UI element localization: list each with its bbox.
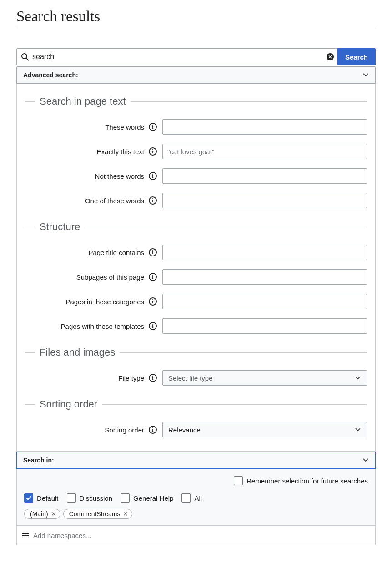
fieldset-structure: Structure xyxy=(25,221,367,233)
close-icon[interactable]: ✕ xyxy=(123,510,128,518)
checkbox-checked[interactable] xyxy=(24,493,33,503)
fieldset-structure-label: Structure xyxy=(40,221,80,233)
close-icon[interactable]: ✕ xyxy=(51,510,56,518)
svg-point-0 xyxy=(22,54,27,59)
page-title-contains-label: Page title contains xyxy=(25,249,148,256)
chevron-down-icon xyxy=(355,375,361,381)
info-icon[interactable]: i xyxy=(149,147,157,156)
ns-check-all[interactable]: All xyxy=(181,493,202,503)
page-title-contains-input[interactable] xyxy=(162,245,367,260)
info-icon[interactable]: i xyxy=(149,172,157,180)
namespace-tag-label: CommentStreams xyxy=(69,510,121,518)
info-icon[interactable]: i xyxy=(149,322,157,330)
fieldset-page-text: Search in page text xyxy=(25,96,367,107)
remember-checkbox[interactable] xyxy=(234,476,243,485)
namespace-tag[interactable]: CommentStreams ✕ xyxy=(63,509,133,519)
fieldset-files-label: Files and images xyxy=(40,347,115,358)
fieldset-sorting: Sorting order xyxy=(25,398,367,410)
fieldset-files: Files and images xyxy=(25,347,367,358)
categories-label: Pages in these categories xyxy=(25,298,148,306)
these-words-label: These words xyxy=(25,123,148,131)
namespace-check-row: Default Discussion General Help All xyxy=(24,493,368,503)
info-icon[interactable]: i xyxy=(149,123,157,131)
ns-check-discussion[interactable]: Discussion xyxy=(67,493,113,503)
namespace-tag[interactable]: (Main) ✕ xyxy=(24,509,60,519)
search-icon xyxy=(20,52,30,61)
svg-line-1 xyxy=(26,58,29,60)
info-icon[interactable]: i xyxy=(149,248,157,256)
info-icon[interactable]: i xyxy=(149,374,157,382)
fieldset-page-text-label: Search in page text xyxy=(40,96,126,107)
sorting-order-label: Sorting order xyxy=(25,426,148,434)
file-type-label: File type xyxy=(25,374,148,382)
namespace-tag-label: (Main) xyxy=(30,510,48,518)
these-words-input[interactable] xyxy=(162,119,367,135)
ns-check-default[interactable]: Default xyxy=(24,493,59,503)
not-these-words-label: Not these words xyxy=(25,172,148,180)
sorting-order-select[interactable]: Relevance xyxy=(162,422,367,437)
ns-check-label: Discussion xyxy=(80,494,113,502)
checkbox[interactable] xyxy=(121,493,130,503)
ns-check-label: Default xyxy=(37,494,59,502)
menu-icon xyxy=(21,532,30,540)
fieldset-sorting-label: Sorting order xyxy=(40,398,97,410)
categories-input[interactable] xyxy=(162,294,367,309)
templates-input[interactable] xyxy=(162,318,367,334)
templates-label: Pages with these templates xyxy=(25,322,148,330)
search-in-body: Remember selection for future searches D… xyxy=(16,469,376,526)
search-input[interactable] xyxy=(30,51,327,63)
exactly-this-text-input[interactable] xyxy=(162,144,367,159)
add-namespaces-row[interactable] xyxy=(16,526,376,545)
page-title: Search results xyxy=(16,8,376,28)
file-type-select[interactable]: Select file type xyxy=(162,370,367,386)
not-these-words-input[interactable] xyxy=(162,168,367,184)
remember-label: Remember selection for future searches xyxy=(246,477,368,485)
search-button[interactable]: Search xyxy=(337,48,376,65)
one-of-these-words-label: One of these words xyxy=(25,197,148,205)
search-input-wrap[interactable] xyxy=(16,48,338,65)
advanced-search-body: Search in page text These words i Exactl… xyxy=(16,84,376,452)
info-icon[interactable]: i xyxy=(149,297,157,306)
file-type-selected: Select file type xyxy=(168,374,213,382)
info-icon[interactable]: i xyxy=(149,196,157,205)
subpages-label: Subpages of this page xyxy=(25,273,148,281)
chevron-down-icon xyxy=(362,457,369,463)
clear-search-icon[interactable] xyxy=(327,53,334,60)
advanced-search-header[interactable]: Advanced search: xyxy=(16,66,376,84)
ns-check-general-help[interactable]: General Help xyxy=(121,493,173,503)
checkbox[interactable] xyxy=(67,493,76,503)
search-bar: Search xyxy=(16,48,376,65)
subpages-input[interactable] xyxy=(162,269,367,285)
sorting-order-selected: Relevance xyxy=(168,426,201,434)
namespace-tags: (Main) ✕ CommentStreams ✕ xyxy=(24,509,368,519)
add-namespaces-input[interactable] xyxy=(30,530,371,541)
ns-check-label: General Help xyxy=(133,494,173,502)
one-of-these-words-input[interactable] xyxy=(162,193,367,208)
search-in-header[interactable]: Search in: xyxy=(16,452,376,469)
checkbox[interactable] xyxy=(181,493,191,503)
info-icon[interactable]: i xyxy=(149,426,157,434)
exactly-this-text-label: Exactly this text xyxy=(25,148,148,156)
advanced-search-header-label: Advanced search: xyxy=(23,71,78,79)
chevron-down-icon xyxy=(362,72,369,78)
info-icon[interactable]: i xyxy=(149,273,157,281)
ns-check-label: All xyxy=(194,494,202,502)
search-in-header-label: Search in: xyxy=(23,457,54,464)
chevron-down-icon xyxy=(355,427,361,433)
